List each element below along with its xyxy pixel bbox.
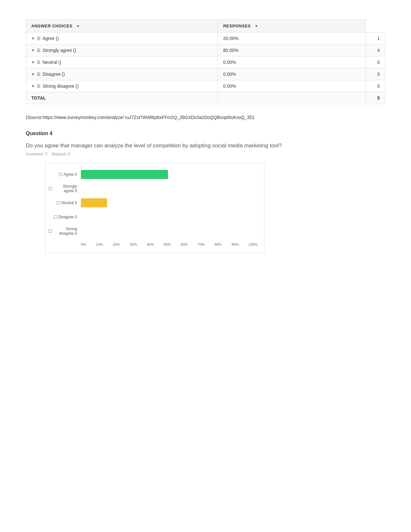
bar-fill bbox=[81, 170, 168, 179]
table-row: ▼ ☰ Strongly agree () 80.00% 4 bbox=[26, 44, 385, 56]
answer-cell: ▼ ☰ Disagree () bbox=[26, 68, 218, 80]
table-row: ▼ ☰ Strong disagree () 0.00% 0 bbox=[26, 80, 385, 92]
x-axis-label: 10% bbox=[96, 242, 103, 246]
bar-fill bbox=[81, 198, 107, 207]
chart-row: Strong disagree 0 bbox=[49, 226, 258, 236]
chart-row: Agree 0 bbox=[49, 170, 258, 179]
x-axis-label: 90% bbox=[231, 242, 239, 246]
count-cell: 0 bbox=[366, 56, 385, 68]
col1-header-label: ANSWER CHOICES bbox=[31, 24, 73, 28]
x-axis-label: 20% bbox=[113, 242, 120, 246]
row-arrow[interactable]: ▼ bbox=[31, 36, 35, 40]
skipped-count: Skipped: 0 bbox=[52, 152, 70, 156]
chart-row: Neutral 0 bbox=[49, 198, 258, 208]
chart-row: Disagree 0 bbox=[49, 212, 258, 222]
chart-label: Disagree 0 bbox=[49, 215, 81, 219]
answer-label: Neutral () bbox=[43, 60, 61, 65]
x-axis-label: 0% bbox=[81, 242, 86, 246]
row-arrow[interactable]: ▼ bbox=[31, 48, 35, 52]
percentage-cell: 80.00% bbox=[218, 44, 366, 56]
chart-label: Agree 0 bbox=[49, 172, 81, 177]
chart-bar-area bbox=[81, 184, 258, 193]
chart-bar-area bbox=[81, 170, 258, 179]
answer-cell: ▼ ☰ Strongly agree () bbox=[26, 44, 218, 56]
percentage-cell: 0.00% bbox=[218, 56, 366, 68]
chart-bar-area bbox=[81, 212, 258, 222]
total-label: TOTAL bbox=[26, 92, 218, 104]
table-row: ▼ ☰ Disagree () 0.00% 0 bbox=[26, 68, 385, 80]
chart-bar-area bbox=[81, 198, 258, 208]
table-row: ▼ ☰ Neutral () 0.00% 0 bbox=[26, 56, 385, 68]
chart-label-text: Strongly agree 0 bbox=[53, 184, 77, 193]
x-axis: 0%10%20%30%40%50%60%70%80%90%100% bbox=[81, 241, 258, 246]
x-axis-label: 80% bbox=[215, 242, 222, 246]
chart-label: Strong disagree 0 bbox=[49, 227, 81, 236]
answered-count: Answered: 5 bbox=[26, 152, 47, 156]
count-cell: 0 bbox=[366, 68, 385, 80]
chart-bar-area bbox=[81, 226, 258, 236]
row-arrow[interactable]: ▼ bbox=[31, 84, 35, 88]
percentage-cell: 20.00% bbox=[218, 33, 366, 44]
label-icon bbox=[59, 173, 62, 176]
chart-label-text: Disagree 0 bbox=[58, 215, 77, 219]
row-list-icon: ☰ bbox=[37, 48, 41, 53]
chart-label: Strongly agree 0 bbox=[49, 184, 81, 193]
chart-area: Agree 0 Strongly agree 0 Neutral 0 bbox=[49, 170, 258, 241]
percentage-cell: 0.00% bbox=[218, 80, 366, 92]
col2-sort-arrow[interactable]: ▼ bbox=[255, 24, 258, 28]
question-text: Do you agree that manager can analyze th… bbox=[26, 142, 385, 150]
answer-label: Strong disagree () bbox=[43, 84, 79, 89]
chart-row: Strongly agree 0 bbox=[49, 184, 258, 193]
x-axis-label: 40% bbox=[147, 242, 154, 246]
x-axis-label: 70% bbox=[198, 242, 205, 246]
answer-cell: ▼ ☰ Agree () bbox=[26, 33, 218, 44]
total-percentage bbox=[218, 92, 366, 104]
answer-label: Agree () bbox=[43, 36, 59, 41]
percentage-cell: 0.00% bbox=[218, 68, 366, 80]
col1-sort-arrow[interactable]: ▼ bbox=[76, 24, 80, 28]
total-count: 5 bbox=[366, 92, 385, 104]
chart-label: Neutral 0 bbox=[49, 201, 81, 205]
row-arrow[interactable]: ▼ bbox=[31, 60, 35, 64]
label-icon bbox=[54, 215, 57, 219]
answer-choices-table: ANSWER CHOICES ▼ RESPONSES ▼ ▼ ☰ Agree (… bbox=[26, 19, 385, 104]
col-answer-choices[interactable]: ANSWER CHOICES ▼ bbox=[26, 20, 218, 33]
row-list-icon: ☰ bbox=[37, 84, 41, 89]
x-axis-label: 50% bbox=[164, 242, 171, 246]
source-url: (Source:https://www.surveymonkey.com/ana… bbox=[26, 115, 254, 120]
total-row: TOTAL 5 bbox=[26, 92, 385, 104]
count-cell: 1 bbox=[366, 33, 385, 44]
x-axis-label: 30% bbox=[130, 242, 137, 246]
answered-line: Answered: 5 Skipped: 0 bbox=[26, 152, 385, 156]
row-arrow[interactable]: ▼ bbox=[31, 72, 35, 76]
label-icon bbox=[49, 230, 52, 233]
answer-cell: ▼ ☰ Strong disagree () bbox=[26, 80, 218, 92]
answer-cell: ▼ ☰ Neutral () bbox=[26, 56, 218, 68]
bar-chart: Agree 0 Strongly agree 0 Neutral 0 bbox=[45, 163, 264, 253]
row-list-icon: ☰ bbox=[37, 36, 41, 41]
table-row: ▼ ☰ Agree () 20.00% 1 bbox=[26, 33, 385, 44]
col2-header-label: RESPONSES bbox=[223, 24, 250, 28]
chart-label-text: Strong disagree 0 bbox=[53, 227, 77, 236]
chart-label-text: Agree 0 bbox=[64, 172, 77, 177]
x-axis-labels: 0%10%20%30%40%50%60%70%80%90%100% bbox=[81, 242, 258, 246]
count-cell: 0 bbox=[366, 80, 385, 92]
col-responses[interactable]: RESPONSES ▼ bbox=[218, 20, 366, 33]
question-heading: Question 4 bbox=[26, 131, 385, 136]
x-axis-label: 100% bbox=[249, 242, 258, 246]
x-axis-label: 60% bbox=[181, 242, 188, 246]
answer-label: Disagree () bbox=[43, 72, 65, 77]
answer-label: Strongly agree () bbox=[43, 48, 76, 53]
count-cell: 4 bbox=[366, 44, 385, 56]
label-icon bbox=[49, 187, 52, 190]
label-icon bbox=[57, 201, 60, 204]
chart-label-text: Neutral 0 bbox=[61, 201, 77, 205]
source-text: (Source:https://www.surveymonkey.com/ana… bbox=[26, 114, 385, 121]
row-list-icon: ☰ bbox=[37, 72, 41, 77]
row-list-icon: ☰ bbox=[37, 60, 41, 65]
